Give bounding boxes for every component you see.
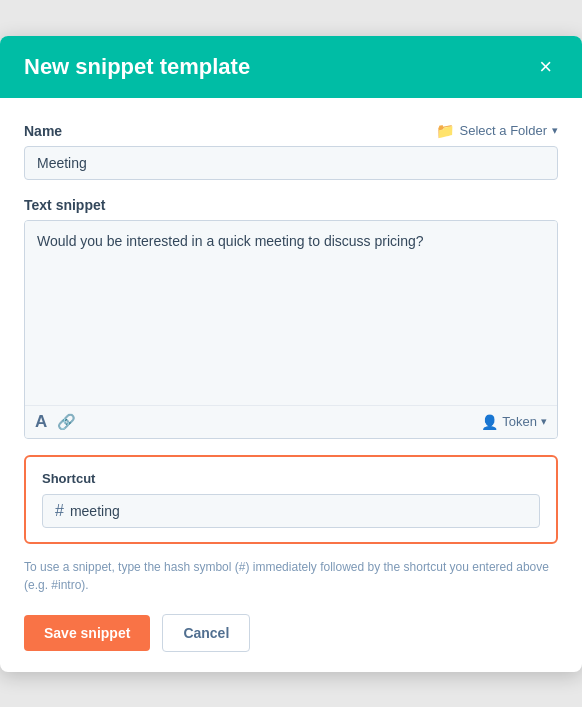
modal-title: New snippet template (24, 54, 250, 80)
select-folder-label: Select a Folder (460, 123, 547, 138)
snippet-field-group: Text snippet Would you be interested in … (24, 196, 558, 439)
folder-icon: 📁 (436, 122, 455, 140)
shortcut-label: Shortcut (42, 471, 540, 486)
chevron-down-icon: ▾ (552, 124, 558, 137)
close-button[interactable]: × (533, 54, 558, 80)
name-input[interactable] (24, 146, 558, 180)
person-icon: 👤 (481, 414, 498, 430)
snippet-area-wrapper: Would you be interested in a quick meeti… (24, 220, 558, 439)
hash-symbol: # (55, 502, 64, 520)
new-snippet-modal: New snippet template × Name 📁 Select a F… (0, 36, 582, 672)
snippet-toolbar: A 🔗 👤 Token ▾ (25, 405, 557, 438)
modal-body: Name 📁 Select a Folder ▾ Text snippet Wo… (0, 98, 582, 672)
token-button[interactable]: 👤 Token ▾ (481, 414, 547, 430)
text-format-icon[interactable]: A (35, 412, 47, 432)
toolbar-left: A 🔗 (35, 412, 76, 432)
shortcut-input[interactable] (70, 503, 527, 519)
shortcut-input-wrapper: # (42, 494, 540, 528)
token-chevron-icon: ▾ (541, 415, 547, 428)
modal-header: New snippet template × (0, 36, 582, 98)
snippet-textarea[interactable]: Would you be interested in a quick meeti… (25, 221, 557, 401)
select-folder-button[interactable]: 📁 Select a Folder ▾ (436, 122, 558, 140)
snippet-area-container: Would you be interested in a quick meeti… (24, 220, 558, 439)
name-label: Name (24, 123, 62, 139)
helper-text: To use a snippet, type the hash symbol (… (24, 558, 558, 594)
name-field-group: Name 📁 Select a Folder ▾ (24, 122, 558, 180)
name-field-header: Name 📁 Select a Folder ▾ (24, 122, 558, 140)
modal-footer: Save snippet Cancel (24, 614, 558, 652)
save-snippet-button[interactable]: Save snippet (24, 615, 150, 651)
cancel-button[interactable]: Cancel (162, 614, 250, 652)
attachment-icon[interactable]: 🔗 (57, 413, 76, 431)
token-label: Token (502, 414, 537, 429)
snippet-label: Text snippet (24, 197, 105, 213)
shortcut-section: Shortcut # (24, 455, 558, 544)
